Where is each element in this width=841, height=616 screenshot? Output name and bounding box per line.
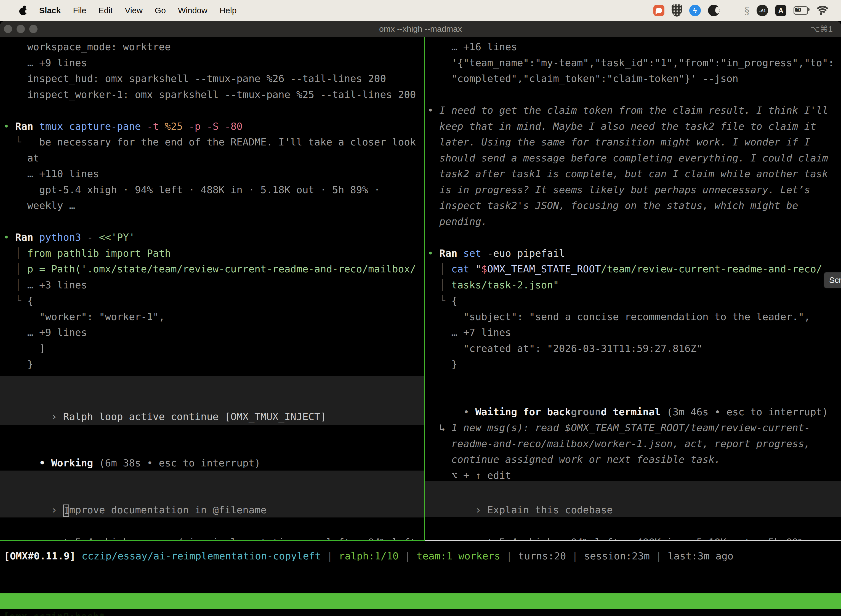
menu-item-go[interactable]: Go xyxy=(155,6,166,15)
text-segment: ↳ xyxy=(428,422,451,433)
left-notice-band: › Ralph loop active continue [OMX_TMUX_I… xyxy=(0,376,424,425)
terminal-line: … +9 lines xyxy=(3,324,424,340)
text-segment: | xyxy=(500,550,518,562)
text-segment: Ran xyxy=(439,248,463,259)
privacy-shield-icon[interactable] xyxy=(672,4,682,16)
waiting-status-line: • Waiting for background terminal (3m 46… xyxy=(428,388,841,404)
terminal-line: │ from pathlib import Path xyxy=(3,245,424,261)
text-segment: } xyxy=(3,358,33,370)
terminal-line: "subject": "send a concise recommendatio… xyxy=(428,309,841,325)
text-segment: • xyxy=(428,105,439,116)
text-segment: weekly … xyxy=(3,200,75,211)
text-segment: OMX_TEAM_STATE_ROOT xyxy=(487,263,601,274)
text-segment: is in progress? It seems likely but perh… xyxy=(428,184,810,195)
window-shortcut-hint: ⌥⌘1 xyxy=(810,21,833,37)
terminal-line: │ … +3 lines xyxy=(3,277,424,293)
text-segment: inspect_hud: omx sparkshell --tmux-pane … xyxy=(3,73,386,84)
menu-item-view[interactable]: View xyxy=(125,6,142,15)
messenger-icon[interactable]: ϟ xyxy=(689,5,701,16)
terminal-line: │ tasks/task-2.json" xyxy=(428,277,841,293)
text-segment: │ xyxy=(3,248,27,259)
squiggle-menu-icon[interactable]: § xyxy=(744,5,749,16)
text-segment: … +9 lines xyxy=(3,57,87,69)
menu-bar: Slack File Edit View Go Window Help ϟ § … xyxy=(0,0,841,21)
text-segment: tasks/task-2.json" xyxy=(451,279,559,290)
text-segment: cat xyxy=(451,263,475,274)
right-prompt-input[interactable]: › Explain this codebase xyxy=(425,486,841,502)
prompt-chevron-icon: › xyxy=(51,504,63,516)
terminal-line xyxy=(3,103,424,119)
tmux-pane-hud[interactable]: workspace_mode: worktree … +9 lines insp… xyxy=(0,37,424,540)
terminal-line: } xyxy=(428,356,841,372)
terminal-line: • Ran set -euo pipefail xyxy=(428,245,841,261)
text-cursor: I xyxy=(63,505,69,517)
menu-app-name[interactable]: Slack xyxy=(39,6,61,15)
text-segment: '{"team_name":"my-team","task_id":"1","f… xyxy=(428,57,834,69)
text-segment: at xyxy=(3,153,39,164)
text-segment: -euo pipefail xyxy=(487,248,565,259)
menu-item-window[interactable]: Window xyxy=(178,6,208,15)
terminal-line: workspace_mode: worktree xyxy=(3,39,424,55)
text-segment: keep that in mind. Maybe I also need the… xyxy=(428,120,816,132)
apple-menu-icon[interactable] xyxy=(19,6,27,15)
menu-bar-status-icons: ϟ § ..61 A ϟ xyxy=(653,4,841,16)
text-segment: readme-and-reco/mailbox/worker-1.json, a… xyxy=(428,438,810,449)
left-input-band[interactable]: › Improve documentation in @filename xyxy=(0,471,424,518)
text-segment: Ran xyxy=(15,232,39,243)
notice-text: Ralph loop active continue [OMX_TMUX_INJ… xyxy=(63,411,327,422)
new-message-hint: ↳ 1 new msg(s): read $OMX_TEAM_STATE_ROO… xyxy=(428,420,841,483)
working-label: Working xyxy=(51,457,93,469)
chat-app-icon[interactable] xyxy=(653,5,664,16)
tmux-pane-worker[interactable]: … +16 lines '{"team_name":"my-team","tas… xyxy=(425,37,841,540)
window-title: omx --xhigh --madmax xyxy=(0,21,841,37)
text-segment: │ xyxy=(3,279,27,290)
text-segment: { xyxy=(27,295,34,307)
input-source-icon[interactable]: A xyxy=(775,5,786,16)
terminal-line: │ cat "$OMX_TEAM_STATE_ROOT/team/review-… xyxy=(428,261,841,277)
text-segment: | xyxy=(399,550,417,562)
text-segment: later. Using the same for transition mig… xyxy=(428,136,810,148)
text-segment: inspect task2's JSON, focusing on the st… xyxy=(428,200,798,211)
text-segment: … +9 lines xyxy=(3,327,87,338)
battery-icon[interactable]: ϟ xyxy=(794,6,808,15)
text-segment: turns:20 xyxy=(518,550,566,562)
dot-grid-icon[interactable] xyxy=(727,5,737,16)
terminal-line: gpt-5.4 xhigh · 94% left · 488K in · 5.1… xyxy=(3,182,424,198)
terminal-line: } xyxy=(3,356,424,372)
text-segment: python3 xyxy=(39,232,87,243)
model-status-text: gpt-5.4 xhigh · essay/ai-reimplementatio… xyxy=(39,537,424,540)
left-prompt-input[interactable]: › Improve documentation in @filename xyxy=(0,486,424,502)
tmux-session-name: [omx-cczip0:bash* xyxy=(3,609,105,616)
terminal-line: • I need to get the claim token from the… xyxy=(428,103,841,119)
terminal-line: continue assigned work or next feasible … xyxy=(428,452,841,468)
text-segment: $ xyxy=(481,263,487,274)
terminal-line: should send a message before completing … xyxy=(428,150,841,166)
working-detail: (6m 38s • esc to interrupt) xyxy=(93,457,261,469)
text-segment: %25 xyxy=(165,120,189,132)
text-segment: be necessary for the end of the README. … xyxy=(39,136,416,148)
working-bullet-icon: • xyxy=(39,457,51,469)
disk-utility-icon[interactable] xyxy=(708,5,719,16)
percent-badge-icon[interactable]: ..61 xyxy=(757,5,768,16)
terminal-line: ↳ 1 new msg(s): read $OMX_TEAM_STATE_ROO… xyxy=(428,420,841,436)
right-input-band[interactable]: › Explain this codebase xyxy=(425,481,841,517)
text-segment: └ xyxy=(3,295,27,307)
menu-item-help[interactable]: Help xyxy=(220,6,237,15)
waiting-detail: (3m 46s • esc to interrupt) xyxy=(661,406,828,418)
text-segment: • xyxy=(428,248,439,259)
menu-item-edit[interactable]: Edit xyxy=(98,6,113,15)
terminal-line: "created_at": "2026-03-31T11:59:27.816Z" xyxy=(428,340,841,356)
input-placeholder: Explain this codebase xyxy=(487,504,613,516)
waiting-label: d terminal xyxy=(601,406,661,418)
text-segment: | xyxy=(566,550,584,562)
text-segment: inspect_worker-1: omx sparkshell --tmux-… xyxy=(3,89,416,100)
menu-item-file[interactable]: File xyxy=(73,6,86,15)
text-segment: from pathlib import Path xyxy=(27,248,171,259)
terminal-line: later. Using the same for transition mig… xyxy=(428,134,841,150)
wifi-icon[interactable] xyxy=(815,6,828,15)
terminal-line: "worker": "worker-1", xyxy=(3,309,424,325)
text-segment: "completed","claim_token":"claim-token"}… xyxy=(428,73,738,84)
text-segment: " xyxy=(475,263,481,274)
text-segment: 1 new msg(s): read $OMX_TEAM_STATE_ROOT/… xyxy=(451,422,810,433)
prompt-chevron-icon: › xyxy=(475,504,487,516)
